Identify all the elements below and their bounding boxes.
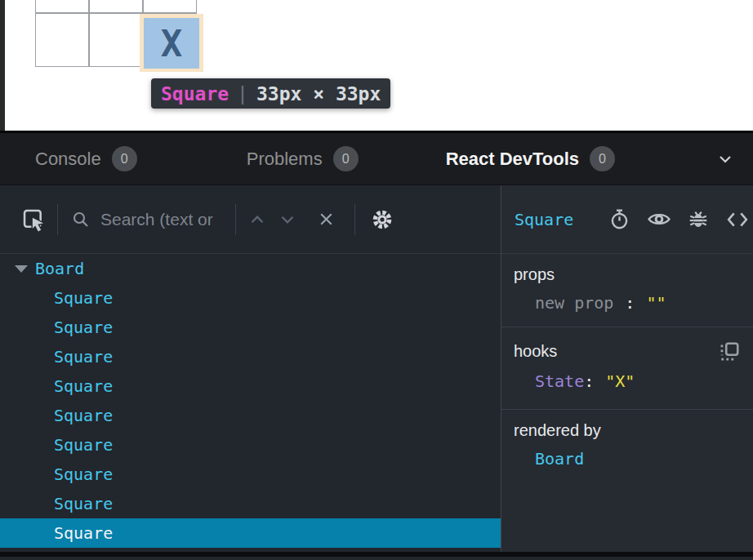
tree-node-label: Board (35, 259, 84, 278)
tab-react-devtools[interactable]: React DevTools 0 (446, 146, 615, 171)
tab-problems[interactable]: Problems 0 (247, 146, 359, 171)
tree-node-label: Square (54, 435, 113, 455)
hook-entry[interactable]: State : "X" (535, 371, 741, 391)
prop-value[interactable]: "" (646, 293, 666, 313)
page-viewport: X Square | 33px × 33px (0, 0, 753, 133)
bottom-edge-strip (0, 552, 753, 557)
tree-node-square-selected[interactable]: Square (0, 518, 501, 548)
board-cell[interactable] (143, 0, 197, 13)
components-tree-pane: Board Square Square Square Square Square… (0, 185, 501, 552)
prop-entry[interactable]: new prop : "" (535, 293, 741, 313)
tree-node-square[interactable]: Square (0, 371, 501, 401)
inspect-tooltip: Square | 33px × 33px (151, 78, 390, 109)
tab-problems-badge: 0 (333, 146, 359, 171)
tree-node-square[interactable]: Square (0, 401, 501, 430)
tree-node-board[interactable]: Board (0, 254, 501, 283)
details-toolbar: Square (501, 185, 753, 254)
rendered-by-section: rendered by Board (501, 410, 753, 552)
gear-icon[interactable] (371, 208, 394, 231)
inspect-highlight-square[interactable]: X (144, 18, 199, 69)
tree-node-square[interactable]: Square (0, 460, 501, 489)
stopwatch-icon[interactable] (608, 208, 630, 230)
tree-node-label: Square (54, 494, 113, 513)
tooltip-divider: | (237, 83, 248, 104)
search-clear-icon[interactable] (316, 209, 336, 229)
tree-node-square[interactable]: Square (0, 283, 501, 313)
toolbar-divider (235, 204, 236, 235)
tree-node-label: Square (54, 376, 113, 396)
board-cell[interactable] (89, 13, 143, 67)
inspect-element-icon[interactable] (21, 207, 46, 232)
prop-key-new-prop[interactable]: new prop (535, 293, 613, 313)
window-left-edge (0, 0, 5, 133)
tree-node-label: Square (54, 523, 113, 543)
chevron-down-icon[interactable] (715, 149, 735, 169)
search-prev-icon[interactable] (247, 209, 268, 230)
board-cell[interactable] (35, 0, 89, 13)
tab-react-devtools-badge: 0 (590, 146, 615, 171)
tree-node-label: Square (54, 288, 113, 308)
board-cell[interactable] (35, 13, 89, 67)
hook-separator: : (584, 371, 594, 391)
component-tree: Board Square Square Square Square Square… (0, 254, 501, 552)
tree-node-square[interactable]: Square (0, 430, 501, 460)
hook-key-state: State (535, 371, 584, 391)
search-icon (71, 210, 91, 229)
tab-problems-label: Problems (247, 149, 323, 170)
react-devtools-panel: Board Square Square Square Square Square… (0, 185, 753, 552)
prop-separator: : (625, 293, 635, 313)
hooks-section-title: hooks (514, 342, 557, 361)
tab-console-label: Console (35, 149, 101, 170)
tab-console-badge: 0 (112, 146, 137, 171)
expander-triangle-icon[interactable] (15, 265, 28, 273)
tooltip-dimensions: 33px × 33px (256, 83, 381, 104)
tree-toolbar (0, 185, 501, 254)
inspected-component-title: Square (515, 210, 573, 229)
hooks-section: hooks State : "X" (501, 327, 753, 410)
view-source-icon[interactable] (725, 209, 750, 230)
toolbar-divider (354, 204, 355, 235)
tree-node-square[interactable]: Square (0, 489, 501, 518)
tree-node-label: Square (54, 464, 113, 484)
tooltip-component-name: Square (161, 83, 229, 104)
props-section-title: props (514, 265, 555, 284)
board-cell[interactable] (89, 0, 143, 13)
tree-node-square[interactable]: Square (0, 342, 501, 371)
drawer-tabbar: Console 0 Problems 0 React DevTools 0 (0, 133, 753, 185)
component-details-pane: Square (501, 185, 753, 552)
tree-node-square[interactable]: Square (0, 313, 501, 342)
tree-node-label: Square (54, 406, 113, 425)
search-input[interactable] (100, 210, 235, 229)
tab-console[interactable]: Console 0 (35, 146, 137, 171)
tree-node-label: Square (54, 347, 113, 367)
eye-icon[interactable] (647, 209, 671, 229)
search-next-icon[interactable] (277, 209, 298, 230)
hook-value[interactable]: "X" (605, 371, 635, 391)
tab-react-devtools-label: React DevTools (446, 149, 579, 170)
toolbar-divider (57, 204, 58, 235)
tree-node-label: Square (54, 318, 113, 337)
bug-icon[interactable] (688, 209, 709, 230)
rendered-by-board-link[interactable]: Board (535, 449, 584, 469)
parse-hook-names-icon[interactable] (718, 340, 741, 362)
props-section: props new prop : "" (501, 254, 753, 327)
rendered-by-title: rendered by (514, 421, 601, 440)
